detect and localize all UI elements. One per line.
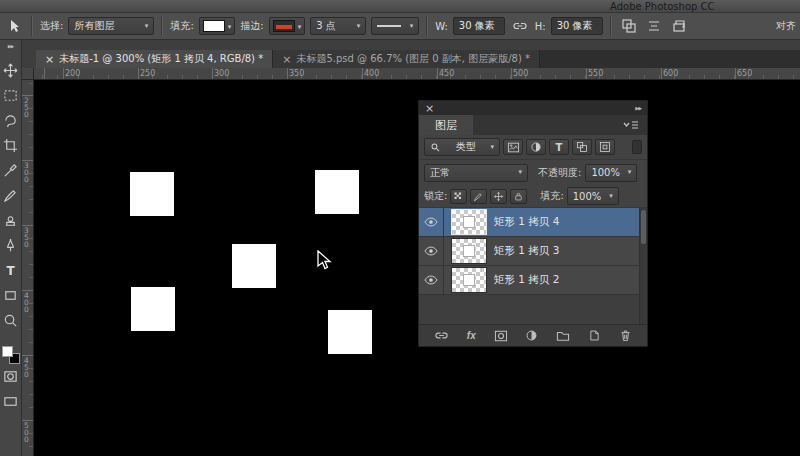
stroke-width-dropdown[interactable]: 3 点 ▾ [310,17,366,35]
filter-kind-dropdown[interactable]: 类型 ▾ [424,138,500,156]
layers-tab[interactable]: 图层 [419,115,473,135]
visibility-toggle[interactable] [419,208,444,236]
close-icon[interactable]: × [425,103,434,114]
document-tab-2[interactable]: × 未标题5.psd @ 66.7% (图层 0 副本, 图层蒙版/8) * [273,50,540,68]
collapse-icon[interactable]: ▶▶ [8,43,14,49]
divider [31,16,33,36]
move-tool[interactable] [0,58,22,83]
filter-toggle-switch[interactable] [632,140,642,154]
fill-label: 填充: [170,19,193,33]
canvas-square[interactable] [315,170,359,214]
fx-icon: fx [467,330,476,341]
blend-row: 正常 ▾ 不透明度: 100% ▾ [419,160,647,185]
shape-tool[interactable] [0,283,22,308]
scrollbar-thumb[interactable] [641,210,646,244]
filter-shape-layers-button[interactable] [572,139,592,155]
visibility-toggle[interactable] [419,237,444,265]
mouse-cursor [316,250,332,270]
path-operations-button[interactable] [619,18,639,34]
vertical-ruler[interactable]: 250 300 350 400 450 500 [22,80,34,456]
eye-icon [424,217,438,227]
close-icon[interactable]: × [282,54,291,65]
link-dimensions-button[interactable] [510,19,530,33]
new-layer-button[interactable] [588,329,601,342]
lock-pixels-button[interactable] [470,189,487,204]
ruler-mark: 300 [24,162,32,183]
titlebar[interactable]: Adobe Photoshop CC [0,0,800,13]
blend-mode-dropdown[interactable]: 正常 ▾ [424,164,528,182]
opacity-dropdown[interactable]: 100% ▾ [585,164,637,182]
filter-type-layers-button[interactable]: T [549,139,569,155]
canvas-square[interactable] [328,310,372,354]
path-alignment-button[interactable] [644,18,664,34]
brush-tool[interactable] [0,183,22,208]
delete-layer-button[interactable] [619,329,632,342]
document-tab-1[interactable]: × 未标题-1 @ 300% (矩形 1 拷贝 4, RGB/8) * [36,50,273,68]
type-icon: T [556,142,563,153]
panel-menu-button[interactable] [615,115,647,135]
layer-thumbnail[interactable] [451,238,487,264]
width-label: W: [435,21,448,32]
type-tool[interactable]: T [0,258,22,283]
canvas-square[interactable] [131,287,175,331]
filter-pixel-layers-button[interactable] [503,139,523,155]
divider [426,16,428,36]
tab-title: 未标题-1 @ 300% (矩形 1 拷贝 4, RGB/8) * [59,52,263,66]
fill-swatch-button[interactable]: ▾ [199,17,236,35]
canvas[interactable] [34,80,800,456]
quick-mask-button[interactable] [0,364,22,389]
layer-thumbnail[interactable] [451,267,487,293]
panel-header-bar[interactable]: × ▶▶ [419,101,647,115]
visibility-toggle[interactable] [419,266,444,294]
stroke-swatch-button[interactable]: ▾ [269,17,306,35]
ruler-mark: 500 [513,69,528,78]
height-input[interactable] [551,17,603,35]
ruler-mark: 350 [24,227,32,248]
add-layer-mask-button[interactable] [494,330,508,342]
layer-row[interactable]: 矩形 1 拷贝 4 [419,208,647,237]
marquee-tool[interactable] [0,83,22,108]
layer-thumbnail[interactable] [451,209,487,235]
ruler-mark: 400 [24,292,32,313]
close-icon[interactable]: × [45,54,54,65]
foreground-color-swatch[interactable] [2,346,13,357]
layer-row[interactable]: 矩形 1 拷贝 2 [419,266,647,295]
horizontal-ruler[interactable]: 200 250 300 350 400 450 500 550 600 650 [34,68,800,80]
chevron-down-icon: ▾ [410,23,414,30]
lock-transparency-button[interactable] [450,189,467,204]
new-group-button[interactable] [556,330,570,342]
scrollbar[interactable] [639,208,647,324]
tab-title: 未标题5.psd @ 66.7% (图层 0 副本, 图层蒙版/8) * [296,52,530,66]
tool-preset-button[interactable] [4,18,24,34]
crop-tool[interactable] [0,133,22,158]
select-mode-dropdown[interactable]: 所有图层 ▾ [68,17,154,35]
filter-smart-objects-button[interactable] [595,139,615,155]
canvas-square[interactable] [232,244,276,288]
lock-all-button[interactable] [510,189,527,204]
layer-name: 矩形 1 拷贝 2 [494,273,559,287]
clone-stamp-tool[interactable] [0,208,22,233]
width-input[interactable] [453,17,505,35]
ruler-mark: 250 [24,97,32,118]
eyedropper-tool[interactable] [0,158,22,183]
filter-adjustment-layers-button[interactable] [526,139,546,155]
arrange-icon [671,18,687,34]
zoom-tool[interactable] [0,308,22,333]
lasso-tool[interactable] [0,108,22,133]
path-arrange-button[interactable] [669,18,689,34]
stroke-style-dropdown[interactable]: ▾ [371,17,419,35]
fill-opacity-dropdown[interactable]: 100% ▾ [567,187,619,205]
layers-panel-footer: fx [419,324,647,346]
ruler-origin-corner[interactable] [22,68,34,80]
link-layers-button[interactable] [434,329,449,342]
divider [161,16,163,36]
color-swatches[interactable] [2,346,20,364]
screen-mode-button[interactable] [0,389,22,414]
collapse-icon[interactable]: ▶▶ [635,105,641,111]
layer-style-button[interactable]: fx [467,330,476,341]
new-adjustment-layer-button[interactable] [525,329,538,342]
canvas-square[interactable] [130,172,174,216]
layer-row[interactable]: 矩形 1 拷贝 3 [419,237,647,266]
lock-position-button[interactable] [490,189,507,204]
pen-tool[interactable] [0,233,22,258]
